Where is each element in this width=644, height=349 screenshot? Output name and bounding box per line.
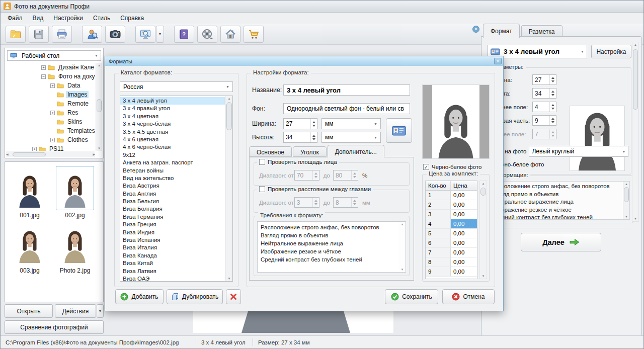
user-photo-button[interactable] [82,26,102,43]
spin-buttons[interactable] [310,132,317,142]
qty-cell[interactable]: 3 [426,210,451,219]
param-spinbox[interactable]: 27 [532,74,556,85]
spin-buttons[interactable] [549,102,556,112]
scroll-up-icon[interactable]: ▲ [480,181,487,186]
country-combo[interactable]: Россия ▼ [120,81,233,92]
delete-button[interactable] [226,289,241,304]
scroll-up-icon[interactable]: ▲ [226,96,232,101]
actions-button[interactable]: Действия [55,304,96,318]
eyes-to-spinbox[interactable]: 8 [333,197,358,208]
qty-cell[interactable]: 8 [426,257,451,267]
requirements-scrollbar[interactable]: ▲ ▼ [399,222,406,272]
shop-cart-button[interactable] [244,26,264,43]
tree-vertical-scrollbar[interactable]: ▲ ▼ [96,63,102,151]
format-item-18[interactable]: Виза Испания [120,236,225,244]
price-cell[interactable]: 0,00 [451,229,477,238]
scroll-up-icon[interactable]: ▲ [632,42,638,47]
tree-item-5[interactable]: +Res [6,108,95,117]
scroll-left-icon[interactable]: ◀ [6,152,9,156]
camera-button[interactable] [105,26,125,43]
price-cell[interactable]: 0,00 [451,210,477,219]
spin-buttons[interactable] [351,198,358,207]
spin-buttons[interactable] [549,89,556,98]
background-field[interactable]: Однородный светлый фон - белый или св [283,103,410,114]
thumbnail-2[interactable]: 003.jpg [8,221,51,274]
format-item-9[interactable]: Ветеран войны [120,167,225,175]
menu-item-style[interactable]: Стиль [88,13,115,23]
scrollbar-thumb[interactable] [226,102,232,130]
cancel-button[interactable]: Отмена [442,289,495,304]
scrollbar-thumb[interactable] [633,49,638,110]
print-button[interactable] [52,26,72,43]
format-item-15[interactable]: Виза Германия [120,213,225,221]
tree-expander-icon[interactable]: − [41,74,46,79]
format-item-21[interactable]: Виза Китай [120,259,225,267]
format-item-2[interactable]: 3 х 4 цветная [120,113,225,120]
format-item-19[interactable]: Виза Италия [120,244,225,251]
thumbnail-0[interactable]: 001.jpg [8,166,51,219]
dialog-tab-0[interactable]: Основное [249,146,292,157]
format-item-8[interactable]: Анкета на загран. паспорт [120,159,225,166]
thumbnail-3[interactable]: Photo 2.jpg [53,221,97,274]
info-scrollbar[interactable]: ▲ ▼ [623,182,629,219]
actions-dropdown-button[interactable]: ▼ [97,304,104,318]
tree-item-0[interactable]: +Дизайн Кале [6,63,95,72]
param-spinbox[interactable]: 9 [532,115,556,126]
price-cell[interactable]: 0,00 [451,248,477,257]
qty-cell[interactable]: 5 [426,229,451,238]
next-button[interactable]: Далее [521,233,601,251]
format-item-7[interactable]: 9х12 [120,151,225,159]
preview-dropdown-button[interactable]: ▼ [156,26,164,43]
height-unit-combo[interactable]: мм ▼ [321,132,381,143]
qty-cell[interactable]: 1 [426,191,451,200]
help-book-button[interactable]: ? [174,26,194,43]
dialog-bw-checkbox[interactable]: ✓ [423,164,429,170]
dialog-close-button[interactable]: x [494,58,502,64]
location-combo[interactable]: Рабочий стол ▼ [7,50,101,61]
thumbnail-1[interactable]: 002.jpg [53,166,97,219]
format-item-10[interactable]: Вид на жительство [120,175,225,182]
format-item-1[interactable]: 3 х 4 правый угол [120,105,225,112]
tree-item-6[interactable]: Skins [6,117,95,126]
tree-item-2[interactable]: +Data [6,81,95,90]
scrollbar-thumb[interactable] [13,152,46,156]
qty-cell[interactable]: 6 [426,238,451,248]
format-item-23[interactable]: Виза ОАЭ [120,275,225,282]
spin-buttons[interactable] [312,198,319,207]
price-cell[interactable]: 0,00 [451,267,477,277]
tree-expander-icon[interactable]: + [50,138,55,142]
tree-expander-icon[interactable]: + [50,111,55,115]
video-tutorial-button[interactable] [197,26,217,43]
price-cell[interactable]: 0,00 [451,257,477,267]
dialog-tab-2[interactable]: Дополнитель... [328,145,384,157]
spin-buttons[interactable] [312,170,319,180]
tree-item-7[interactable]: Templates [6,126,95,135]
price-cell[interactable]: 0,00 [451,238,477,248]
param-spinbox[interactable]: 34 [532,88,556,99]
scrollbar-thumb[interactable] [480,188,486,196]
open-file-button[interactable] [6,26,26,43]
menu-item-view[interactable]: Вид [28,13,49,23]
spin-buttons[interactable] [549,75,556,84]
face-to-spinbox[interactable]: 80 [333,170,358,181]
price-cell[interactable]: 0,00 [451,200,477,210]
scroll-down-icon[interactable]: ▼ [96,146,102,151]
format-item-6[interactable]: 4 х 6 чёрно-белая [120,143,225,151]
width-spinbox[interactable]: 27 [283,118,317,129]
scroll-down-icon[interactable]: ▼ [226,276,232,281]
price-cell[interactable]: 0,00 [451,191,477,200]
tree-expander-icon[interactable]: + [50,83,55,88]
right-tab-0[interactable]: Формат [483,24,520,38]
tree-item-9[interactable]: +PS11 [6,144,95,151]
format-item-16[interactable]: Виза Греция [120,221,225,228]
tree-item-1[interactable]: −Фото на доку [6,72,95,81]
qty-cell[interactable]: 4 [426,219,451,229]
duplicate-button[interactable]: Дублировать [167,289,223,304]
tree-expander-icon[interactable]: + [41,65,46,70]
background-picker-button[interactable] [386,118,412,143]
menu-item-help[interactable]: Справка [115,13,149,23]
home-button[interactable] [220,26,240,43]
tree-horizontal-scrollbar[interactable]: ◀ ▶ [6,151,95,157]
dialog-tab-1[interactable]: Уголок [293,146,327,157]
panel-scrollbar[interactable]: ▲ ▼ [632,42,639,222]
